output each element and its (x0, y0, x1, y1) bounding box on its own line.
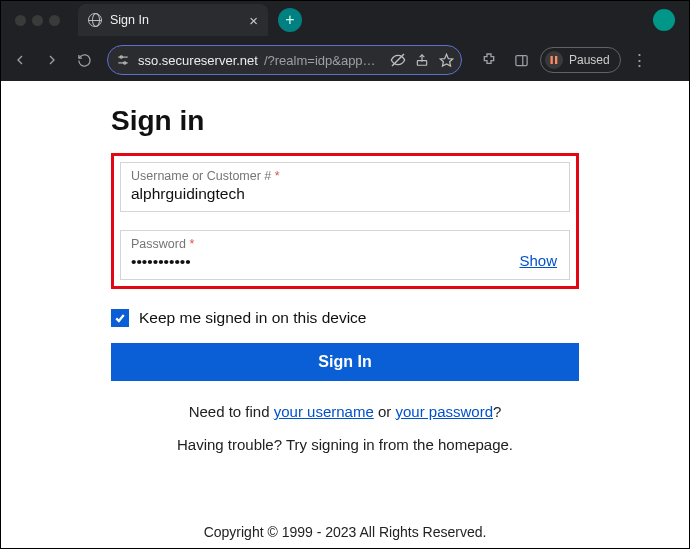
address-bar[interactable]: sso.secureserver.net/?realm=idp&app… (107, 45, 462, 75)
menu-kebab-icon[interactable]: ⋮ (627, 47, 653, 73)
keep-signed-in-checkbox[interactable] (111, 309, 129, 327)
find-password-link[interactable]: your password (395, 403, 493, 420)
find-username-link[interactable]: your username (274, 403, 374, 420)
show-password-link[interactable]: Show (519, 252, 557, 269)
paused-label: Paused (569, 53, 610, 67)
password-label: Password (131, 237, 186, 251)
globe-icon (88, 13, 102, 27)
extensions-icon[interactable] (476, 47, 502, 73)
username-label: Username or Customer # (131, 169, 271, 183)
svg-rect-9 (551, 56, 553, 64)
trouble-text: Having trouble? Try signing in from the … (111, 436, 579, 453)
side-panel-icon[interactable] (508, 47, 534, 73)
window-max-dot[interactable] (49, 15, 60, 26)
svg-rect-10 (555, 56, 557, 64)
toolbar: sso.secureserver.net/?realm=idp&app… (1, 39, 689, 81)
page-title: Sign in (111, 105, 579, 137)
keep-signed-in-label: Keep me signed in on this device (139, 309, 366, 327)
new-tab-button[interactable]: + (278, 8, 302, 32)
svg-rect-7 (515, 55, 526, 65)
svg-marker-6 (440, 54, 453, 66)
url-host: sso.secureserver.net (138, 53, 258, 68)
bookmark-star-icon[interactable] (437, 51, 455, 69)
share-icon[interactable] (413, 51, 431, 69)
required-mark: * (275, 169, 280, 183)
tab-close-icon[interactable]: × (249, 12, 258, 29)
forward-button[interactable] (39, 47, 65, 73)
reload-button[interactable] (71, 47, 97, 73)
profile-paused-chip[interactable]: Paused (540, 47, 621, 73)
highlighted-form-area: Username or Customer # * alphrguidingtec… (111, 153, 579, 289)
window-min-dot[interactable] (32, 15, 43, 26)
password-value[interactable]: ••••••••••• (131, 253, 559, 271)
username-value[interactable]: alphrguidingtech (131, 185, 559, 203)
browser-tab[interactable]: Sign In × (78, 4, 268, 36)
window-controls (5, 15, 70, 26)
window-close-dot[interactable] (15, 15, 26, 26)
tab-bar: Sign In × + (1, 1, 689, 39)
required-mark: * (189, 237, 194, 251)
username-field[interactable]: Username or Customer # * alphrguidingtec… (120, 162, 570, 212)
sign-in-button[interactable]: Sign In (111, 343, 579, 381)
back-button[interactable] (7, 47, 33, 73)
find-links-text: Need to find your username or your passw… (111, 403, 579, 420)
site-settings-icon[interactable] (114, 51, 132, 69)
profile-avatar[interactable] (653, 9, 675, 31)
tab-title: Sign In (110, 13, 241, 27)
eye-off-icon[interactable] (389, 51, 407, 69)
pause-icon (545, 51, 563, 69)
footer-copyright: Copyright © 1999 - 2023 All Rights Reser… (1, 524, 689, 540)
page-viewport: Sign in Username or Customer # * alphrgu… (1, 81, 689, 548)
password-field[interactable]: Password * ••••••••••• Show (120, 230, 570, 280)
url-path: /?realm=idp&app… (264, 53, 376, 68)
keep-signed-in-row[interactable]: Keep me signed in on this device (111, 309, 579, 327)
browser-chrome: Sign In × + sso.secureserver.net/?realm=… (1, 1, 689, 81)
